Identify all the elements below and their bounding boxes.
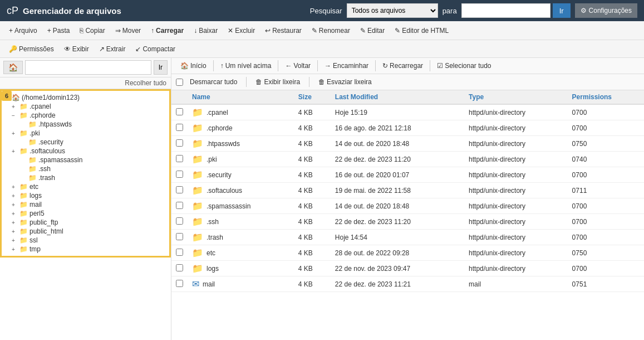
view-button[interactable]: 👁 Exibir xyxy=(60,43,94,55)
table-row[interactable]: 📁 .cpanel 4 KB Hoje 15:19 httpd/unix-dir… xyxy=(171,104,644,120)
row-name-cell[interactable]: 📁 .htpasswds xyxy=(188,136,294,152)
tree-item-ssl[interactable]: + 📁 ssl xyxy=(2,236,169,245)
table-row[interactable]: 📁 .ssh 4 KB 22 de dez. de 2023 11:20 htt… xyxy=(171,214,644,230)
root-home-icon: 🏠 xyxy=(12,94,20,101)
folder-icon: 📁 xyxy=(19,218,28,226)
row-checkbox[interactable] xyxy=(176,155,183,162)
tree-item-pki[interactable]: + 📁 .pki xyxy=(2,129,169,138)
row-name-cell[interactable]: 📁 logs xyxy=(188,261,294,276)
folder-icon: 📁 xyxy=(19,147,28,155)
file-name: .spamassassin xyxy=(207,202,250,210)
row-checkbox[interactable] xyxy=(176,186,183,193)
rename-button[interactable]: ✎ Renomear xyxy=(307,25,355,36)
upload-button[interactable]: ↑ Carregar xyxy=(146,25,188,36)
tree-item-security[interactable]: 📁 .security xyxy=(2,138,169,147)
col-size[interactable]: Size xyxy=(294,90,331,104)
home-nav-button[interactable]: 🏠 Início xyxy=(176,60,211,71)
search-type-select[interactable]: Todos os arquivos Apenas nome do arquivo… xyxy=(347,3,438,18)
table-row[interactable]: 📁 .trash 4 KB Hoje 14:54 httpd/unix-dire… xyxy=(171,230,644,245)
table-row[interactable]: 📁 .cphorde 4 KB 16 de ago. de 2021 12:18… xyxy=(171,120,644,136)
move-button[interactable]: ⇒ Mover xyxy=(111,25,145,36)
row-name-cell[interactable]: 📁 .ssh xyxy=(188,214,294,230)
tree-item-spamassassin[interactable]: 📁 .spamassassin xyxy=(2,156,169,164)
row-name-cell[interactable]: 📁 .cphorde xyxy=(188,120,294,136)
config-button[interactable]: ⚙ Configurações xyxy=(575,3,637,18)
col-name[interactable]: Name xyxy=(188,90,294,104)
copy-button[interactable]: ⎘ Copiar xyxy=(75,25,109,36)
tree-item-cpanel[interactable]: + 📁 .cpanel xyxy=(2,102,169,111)
deselect-all-button[interactable]: Desmarcar tudo xyxy=(185,76,242,88)
col-type[interactable]: Type xyxy=(464,90,568,104)
path-ir-button[interactable]: Ir xyxy=(154,60,168,75)
path-input[interactable] xyxy=(25,60,151,75)
row-name-cell[interactable]: 📁 .trash xyxy=(188,230,294,245)
search-ir-button[interactable]: Ir xyxy=(553,3,571,18)
row-name-cell[interactable]: 📁 .spamassassin xyxy=(188,198,294,214)
table-row[interactable]: 📁 .spamassassin 4 KB 14 de out. de 2020 … xyxy=(171,198,644,214)
row-checkbox[interactable] xyxy=(176,202,183,209)
recolher-bar[interactable]: Recolher tudo xyxy=(0,77,171,89)
tree-item-htpasswds[interactable]: 📁 .htpasswds xyxy=(2,120,169,129)
row-checkbox-cell xyxy=(171,152,188,167)
compact-button[interactable]: ↙ Compactar xyxy=(131,43,180,55)
row-checkbox[interactable] xyxy=(176,217,183,225)
show-trash-button[interactable]: 🗑 Exibir lixeira xyxy=(251,76,304,88)
search-input[interactable] xyxy=(461,3,550,18)
tree-item-mail[interactable]: + 📁 mail xyxy=(2,200,169,209)
row-checkbox[interactable] xyxy=(176,171,183,178)
table-row[interactable]: 📁 .softaculous 4 KB 19 de mai. de 2022 1… xyxy=(171,183,644,198)
tree-item-cphorde[interactable]: − 📁 .cphorde xyxy=(2,111,169,120)
tree-item-tmp[interactable]: + 📁 tmp xyxy=(2,245,169,254)
up-level-button[interactable]: ↑ Um nível acima xyxy=(216,60,276,71)
col-modified[interactable]: Last Modified xyxy=(331,90,464,104)
row-name-cell[interactable]: 📁 etc xyxy=(188,245,294,261)
tree-item-etc[interactable]: + 📁 etc xyxy=(2,182,169,191)
reload-button[interactable]: ↻ Recarregar xyxy=(378,60,427,71)
table-row[interactable]: 📁 .htpasswds 4 KB 14 de out. de 2020 18:… xyxy=(171,136,644,152)
tree-item-logs[interactable]: + 📁 logs xyxy=(2,191,169,200)
row-checkbox[interactable] xyxy=(176,124,183,131)
deselect-checkbox[interactable] xyxy=(176,79,183,86)
toolbar2: 🔑 Permissões 👁 Exibir ↗ Extrair ↙ Compac… xyxy=(0,40,644,58)
row-name-cell[interactable]: ✉ mail xyxy=(188,276,294,292)
row-checkbox[interactable] xyxy=(176,280,183,287)
tree-item-public-html[interactable]: + 📁 public_html xyxy=(2,227,169,236)
tree-home-button[interactable]: 🏠 xyxy=(3,61,23,74)
back-button[interactable]: ← Voltar xyxy=(281,60,315,71)
delete-button[interactable]: ✕ Excluir xyxy=(223,25,259,36)
new-folder-button[interactable]: + Pasta xyxy=(43,25,75,36)
permissions-button[interactable]: 🔑 Permissões xyxy=(4,43,58,55)
row-name-cell[interactable]: 📁 .pki xyxy=(188,152,294,167)
tree-item-softaculous[interactable]: + 📁 .softaculous xyxy=(2,147,169,156)
restore-button[interactable]: ↩ Restaurar xyxy=(260,25,306,36)
edit-button[interactable]: ✎ Editar xyxy=(356,25,389,36)
col-permissions[interactable]: Permissions xyxy=(568,90,644,104)
row-name-cell[interactable]: 📁 .softaculous xyxy=(188,183,294,198)
html-editor-button[interactable]: ✎ Editor de HTML xyxy=(390,25,453,36)
row-name-cell[interactable]: 📁 .security xyxy=(188,167,294,183)
row-checkbox[interactable] xyxy=(176,139,183,147)
select-all-button[interactable]: ☑ Selecionar tudo xyxy=(432,60,495,71)
forward-button[interactable]: → Encaminhar xyxy=(320,60,373,71)
table-row[interactable]: 📁 logs 4 KB 22 de nov. de 2023 09:47 htt… xyxy=(171,261,644,276)
tree-item-perl5[interactable]: + 📁 perl5 xyxy=(2,209,169,218)
table-row[interactable]: ✉ mail 4 KB 22 de dez. de 2023 11:21 mai… xyxy=(171,276,644,292)
row-checkbox[interactable] xyxy=(176,108,183,115)
table-row[interactable]: 📁 .pki 4 KB 22 de dez. de 2023 11:20 htt… xyxy=(171,152,644,167)
file-name: .htpasswds xyxy=(207,140,240,148)
row-name-cell[interactable]: 📁 .cpanel xyxy=(188,104,294,120)
table-row[interactable]: 📁 etc 4 KB 28 de out. de 2022 09:28 http… xyxy=(171,245,644,261)
download-button[interactable]: ↓ Baixar xyxy=(189,25,222,36)
tree-item-ssh[interactable]: 📁 .ssh xyxy=(2,164,169,173)
row-checkbox[interactable] xyxy=(176,264,183,271)
tree-item-trash[interactable]: 📁 .trash xyxy=(2,173,169,182)
file-name: .softaculous xyxy=(207,187,242,195)
empty-trash-button[interactable]: 🗑 Esvaziar lixeira xyxy=(314,76,376,88)
row-checkbox[interactable] xyxy=(176,249,183,256)
row-checkbox[interactable] xyxy=(176,233,183,240)
new-file-button[interactable]: + Arquivo xyxy=(4,25,42,36)
tree-item-public-ftp[interactable]: + 📁 public_ftp xyxy=(2,218,169,227)
extract-button[interactable]: ↗ Extrair xyxy=(95,43,130,55)
table-row[interactable]: 📁 .security 4 KB 16 de out. de 2020 01:0… xyxy=(171,167,644,183)
tree-root[interactable]: − 🏠 (/home1/domin123) xyxy=(2,93,169,102)
